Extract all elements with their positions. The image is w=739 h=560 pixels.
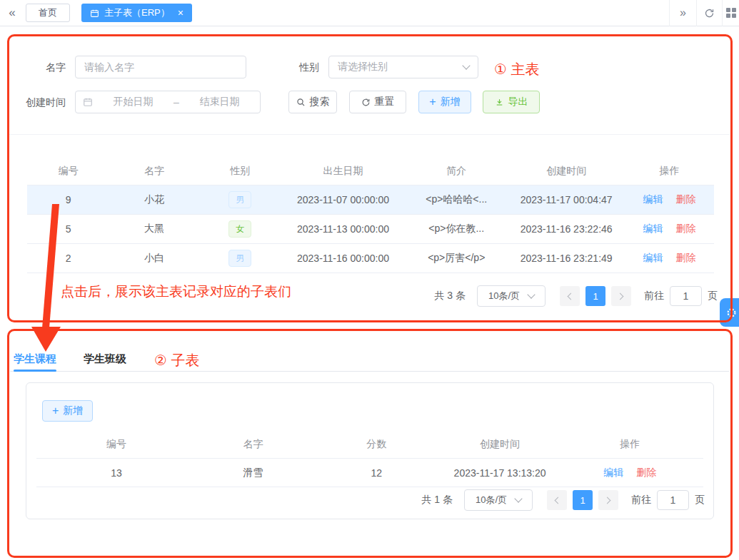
cell-birth: 2023-11-16 00:00:00 xyxy=(281,253,405,264)
gender-label: 性别 xyxy=(295,56,319,78)
export-button[interactable]: 导出 xyxy=(483,91,540,113)
delete-link[interactable]: 删除 xyxy=(675,252,695,263)
export-button-label: 导出 xyxy=(508,96,528,108)
child-table-header: 编号 名字 分数 创建时间 操作 xyxy=(36,430,703,459)
search-icon xyxy=(296,98,306,107)
col-header-score: 分数 xyxy=(310,438,443,451)
tabbar-actions: » xyxy=(669,0,739,26)
edit-link[interactable]: 编辑 xyxy=(643,252,663,263)
date-start-input[interactable]: 开始日期 xyxy=(100,96,166,108)
download-icon xyxy=(495,98,504,107)
app-screen: « 首页 主子表（ERP） × » xyxy=(0,0,739,560)
cell-birth: 2023-11-07 00:00:00 xyxy=(281,194,405,205)
tab-active-label: 主子表（ERP） xyxy=(104,6,170,19)
add-button[interactable]: + 新增 xyxy=(418,91,471,113)
gender-select-placeholder: 请选择性别 xyxy=(338,61,388,73)
next-page-button[interactable] xyxy=(598,490,618,510)
table-row[interactable]: 5 大黑 女 2023-11-13 00:00:00 <p>你在教... 202… xyxy=(27,215,714,244)
page-size-select[interactable]: 10条/页 xyxy=(477,285,546,307)
table-row[interactable]: 13 滑雪 12 2023-11-17 13:13:20 编辑 删除 xyxy=(36,459,703,487)
plus-icon: + xyxy=(52,405,59,417)
refresh-icon[interactable] xyxy=(696,0,722,26)
reset-button-label: 重置 xyxy=(375,96,395,108)
cell-created: 2023-11-17 13:13:20 xyxy=(443,467,557,479)
main-table-header: 编号 名字 性别 出生日期 简介 创建时间 操作 xyxy=(27,157,714,185)
name-input[interactable] xyxy=(75,56,246,78)
table-row[interactable]: 2 小白 男 2023-11-16 00:00:00 <p>厉害</p> 202… xyxy=(27,244,714,273)
cell-id: 2 xyxy=(27,253,109,264)
created-time-label: 创建时间 xyxy=(20,91,66,113)
tab-home-label: 首页 xyxy=(39,6,57,19)
date-range-picker[interactable]: 开始日期 – 结束日期 xyxy=(75,91,261,113)
col-header-id: 编号 xyxy=(36,438,196,451)
annotation-main-table-label: ① 主表 xyxy=(494,60,540,79)
child-add-button[interactable]: + 新增 xyxy=(42,400,93,422)
cell-intro: <p>厉害</p> xyxy=(405,252,508,265)
tab-master-child-erp[interactable]: 主子表（ERP） × xyxy=(81,4,192,22)
name-label: 名字 xyxy=(21,56,66,78)
close-icon[interactable]: × xyxy=(178,8,184,18)
page-size-value: 10条/页 xyxy=(488,290,520,302)
edit-link[interactable]: 编辑 xyxy=(643,193,663,205)
reset-button[interactable]: 重置 xyxy=(349,91,406,113)
name-input-field[interactable] xyxy=(76,56,246,78)
chevron-down-icon xyxy=(527,290,535,298)
chevron-left-icon xyxy=(555,497,562,504)
plus-icon: + xyxy=(429,96,436,108)
cell-created: 2023-11-16 23:22:46 xyxy=(508,223,625,235)
col-header-intro: 简介 xyxy=(405,165,508,178)
tab-student-course[interactable]: 学生课程 xyxy=(14,347,56,371)
col-header-created: 创建时间 xyxy=(508,165,625,178)
edit-link[interactable]: 编辑 xyxy=(643,223,663,234)
chevron-right-icon xyxy=(604,497,611,504)
current-page-button[interactable]: 1 xyxy=(585,286,605,306)
main-table: 编号 名字 性别 出生日期 简介 创建时间 操作 9 小花 男 2023-11-… xyxy=(27,157,714,273)
prev-page-button[interactable] xyxy=(560,286,580,306)
date-end-input[interactable]: 结束日期 xyxy=(186,96,253,108)
form-table-divider xyxy=(9,134,730,135)
calendar-icon xyxy=(83,97,93,107)
collapse-left-icon[interactable]: « xyxy=(0,6,24,20)
col-header-id: 编号 xyxy=(27,165,109,178)
goto-label: 前往 xyxy=(631,494,651,506)
search-button[interactable]: 搜索 xyxy=(288,91,337,113)
gender-tag: 男 xyxy=(228,250,251,267)
prev-page-button[interactable] xyxy=(547,490,567,510)
chevron-down-icon xyxy=(514,494,522,502)
layout-grid-icon[interactable] xyxy=(722,0,739,26)
page-unit-label: 页 xyxy=(708,290,718,302)
total-count: 共 3 条 xyxy=(434,290,466,302)
page-unit-label: 页 xyxy=(695,494,705,506)
goto-page-input[interactable] xyxy=(657,490,689,510)
tab-home[interactable]: 首页 xyxy=(26,4,70,22)
edit-link[interactable]: 编辑 xyxy=(603,467,623,478)
cell-score: 12 xyxy=(310,467,443,479)
goto-page-input[interactable] xyxy=(670,286,702,306)
cell-id: 5 xyxy=(27,223,109,235)
cell-id: 9 xyxy=(27,194,109,205)
expand-right-icon[interactable]: » xyxy=(669,0,696,26)
cell-birth: 2023-11-13 00:00:00 xyxy=(281,223,405,235)
next-page-button[interactable] xyxy=(611,286,631,306)
child-tabs: 学生课程 学生班级 xyxy=(10,347,729,372)
delete-link[interactable]: 删除 xyxy=(636,467,656,478)
cell-intro: <p>你在教... xyxy=(405,223,508,235)
child-add-button-label: 新增 xyxy=(63,404,83,417)
delete-link[interactable]: 删除 xyxy=(675,193,695,205)
gender-select[interactable]: 请选择性别 xyxy=(328,56,478,78)
tab-student-class-label: 学生班级 xyxy=(84,352,126,366)
settings-gear-button[interactable] xyxy=(720,298,739,327)
tab-student-class[interactable]: 学生班级 xyxy=(84,347,126,371)
page-size-select[interactable]: 10条/页 xyxy=(464,489,533,511)
col-header-created: 创建时间 xyxy=(443,438,557,451)
table-row[interactable]: 9 小花 男 2023-11-07 00:00:00 <p>哈哈哈<... 20… xyxy=(27,185,714,215)
gender-tag: 男 xyxy=(228,191,251,208)
delete-link[interactable]: 删除 xyxy=(675,223,695,234)
main-pagination: 共 3 条 10条/页 1 前往 页 xyxy=(434,285,718,307)
search-button-label: 搜索 xyxy=(310,96,330,108)
chevron-right-icon xyxy=(617,292,624,300)
goto-label: 前往 xyxy=(644,290,664,302)
current-page-button[interactable]: 1 xyxy=(573,490,593,510)
reset-icon xyxy=(361,98,371,107)
cell-name: 小花 xyxy=(109,193,198,206)
